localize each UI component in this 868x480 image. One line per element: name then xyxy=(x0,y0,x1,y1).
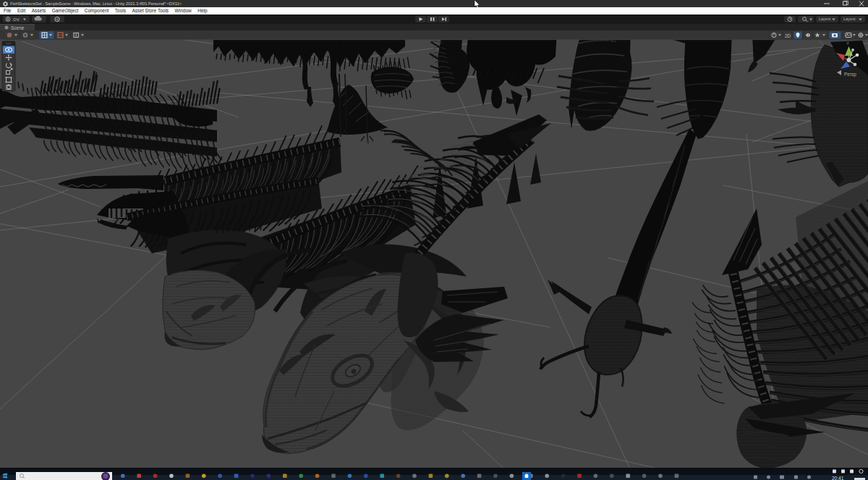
svg-text:OV: OV xyxy=(13,17,20,22)
svg-text:20:41: 20:41 xyxy=(832,476,844,480)
svg-text:Scene: Scene xyxy=(11,25,25,30)
svg-text:2D: 2D xyxy=(785,33,791,38)
svg-text:Y: Y xyxy=(846,41,849,46)
svg-text:Persp: Persp xyxy=(844,72,856,77)
